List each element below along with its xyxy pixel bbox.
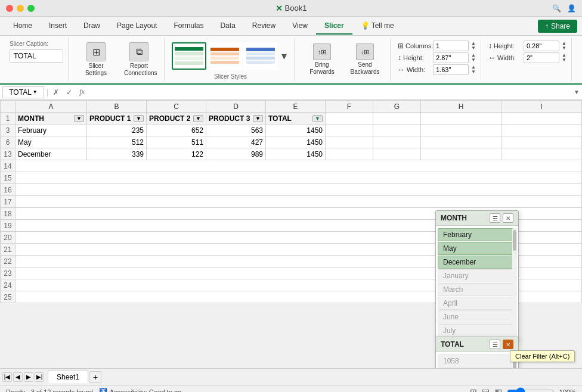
cell-f3[interactable] [326, 125, 373, 136]
slicer-item-may[interactable]: May [438, 242, 516, 255]
cell-f13[interactable] [326, 148, 373, 160]
month-slicer-multiselect-btn[interactable]: ☰ [490, 213, 500, 223]
total-filter-btn[interactable]: ▼ [312, 115, 323, 122]
cell-p2-may[interactable]: 511 [147, 136, 206, 148]
columns-input[interactable] [433, 41, 469, 51]
cell-c1[interactable]: PRODUCT 2 ▼ [147, 113, 206, 125]
style-button-1[interactable] [172, 42, 206, 70]
cell-p1-feb[interactable]: 235 [87, 125, 147, 136]
tab-pagelayout[interactable]: Page Layout [109, 18, 165, 35]
slicer-item-march[interactable]: March [438, 283, 516, 296]
share-button[interactable]: ↑ Share [538, 20, 577, 33]
cell-month-dec[interactable]: December [16, 148, 87, 160]
col-header-e[interactable]: E [266, 101, 326, 113]
send-backwards-button[interactable]: ↓⊞ Send Backwards [345, 41, 385, 79]
tab-slicer[interactable]: Slicer [316, 18, 352, 35]
cell-f6[interactable] [326, 136, 373, 148]
cell-i3[interactable] [501, 125, 582, 136]
next-sheet-btn[interactable]: ▶ [24, 372, 33, 382]
style-more-icon[interactable]: ▾ [279, 49, 289, 63]
cell-p2-dec[interactable]: 122 [147, 148, 206, 160]
total-slicer-header[interactable]: TOTAL ☰ ✕ [436, 337, 518, 352]
cell-h6[interactable] [421, 136, 501, 148]
col-header-c[interactable]: C [147, 101, 206, 113]
cell-h3[interactable] [421, 125, 501, 136]
add-sheet-button[interactable]: + [89, 371, 101, 383]
page-break-view-icon[interactable]: ▥ [494, 387, 502, 393]
slicer-item-july[interactable]: July [438, 324, 516, 337]
cell-e1[interactable]: TOTAL ▼ [266, 113, 326, 125]
maximize-button[interactable] [27, 5, 35, 12]
cell-h13[interactable] [421, 148, 501, 160]
tab-formulas[interactable]: Formulas [165, 18, 212, 35]
zoom-slider[interactable] [507, 387, 555, 393]
col-header-i[interactable]: I [501, 101, 582, 113]
product2-filter-btn[interactable]: ▼ [193, 115, 203, 122]
item-width-input[interactable] [524, 52, 559, 63]
report-connections-button[interactable]: ⧉ Report Connections [119, 39, 159, 80]
product1-filter-btn[interactable]: ▼ [134, 115, 144, 122]
height-arrows[interactable]: ▲ ▼ [471, 53, 476, 63]
item-width-down[interactable]: ▼ [562, 58, 566, 63]
width-arrows[interactable]: ▲ ▼ [471, 65, 476, 74]
col-header-a[interactable]: A [16, 101, 87, 113]
height-down-arrow[interactable]: ▼ [471, 58, 476, 63]
product3-filter-btn[interactable]: ▼ [253, 115, 263, 122]
cell-i1[interactable] [501, 113, 582, 125]
cell-total-dec[interactable]: 1450 [266, 148, 326, 160]
item-height-down[interactable]: ▼ [562, 46, 566, 51]
cell-p3-feb[interactable]: 563 [206, 125, 266, 136]
cell-p1-may[interactable]: 512 [87, 136, 147, 148]
cell-ref-dropdown[interactable]: ▼ [33, 89, 38, 95]
cell-name-box[interactable]: TOTAL ▼ [2, 86, 44, 98]
minimize-button[interactable] [17, 5, 24, 12]
sheet1-tab[interactable]: Sheet1 [48, 371, 88, 383]
tab-home[interactable]: Home [5, 18, 41, 35]
columns-arrows[interactable]: ▲ ▼ [471, 41, 476, 51]
cell-i6[interactable] [501, 136, 582, 148]
columns-down-arrow[interactable]: ▼ [471, 46, 476, 51]
cell-g13[interactable] [373, 148, 421, 160]
cell-g6[interactable] [373, 136, 421, 148]
cell-p2-feb[interactable]: 652 [147, 125, 206, 136]
caption-input[interactable] [10, 49, 63, 63]
col-header-b[interactable]: B [87, 101, 147, 113]
month-filter-btn[interactable]: ▼ [74, 115, 84, 122]
cell-b1[interactable]: PRODUCT 1 ▼ [87, 113, 147, 125]
cancel-formula-icon[interactable]: ✗ [51, 87, 61, 98]
slicer-item-december[interactable]: December [438, 256, 516, 269]
last-sheet-btn[interactable]: ▶| [35, 372, 44, 382]
col-header-d[interactable]: D [206, 101, 266, 113]
slicer-settings-button[interactable]: ⊞ Slicer Settings [76, 39, 116, 80]
style-button-3[interactable] [243, 42, 278, 70]
slicer-item-april[interactable]: April [438, 297, 516, 310]
cell-month-may[interactable]: May [16, 136, 87, 148]
item-height-input[interactable] [524, 41, 559, 51]
tab-data[interactable]: Data [212, 18, 243, 35]
cell-i13[interactable] [501, 148, 582, 160]
first-sheet-btn[interactable]: |◀ [2, 372, 12, 382]
close-button[interactable] [6, 5, 13, 12]
tab-draw[interactable]: Draw [75, 18, 109, 35]
slicer-item-1058[interactable]: 1058 [438, 354, 516, 368]
item-width-arrows[interactable]: ▲ ▼ [562, 53, 566, 63]
insert-function-icon[interactable]: fx [77, 86, 87, 98]
cell-g3[interactable] [373, 125, 421, 136]
col-header-f[interactable]: F [326, 101, 373, 113]
tab-review[interactable]: Review [244, 18, 284, 35]
month-slicer-scrollbar[interactable] [512, 228, 517, 338]
cell-month-feb[interactable]: February [16, 125, 87, 136]
cell-h1[interactable] [421, 113, 501, 125]
slicer-item-february[interactable]: February [438, 228, 516, 241]
tab-tellme[interactable]: 💡 Tell me [352, 18, 403, 35]
width-down-arrow[interactable]: ▼ [471, 70, 476, 74]
cell-total-feb[interactable]: 1450 [266, 125, 326, 136]
cell-a1[interactable]: MONTH ▼ [16, 113, 87, 125]
total-slicer-multiselect-btn[interactable]: ☰ [490, 340, 500, 349]
page-layout-view-icon[interactable]: ▤ [482, 387, 490, 393]
slicer-item-june[interactable]: June [438, 310, 516, 323]
formula-expand-icon[interactable]: ▼ [574, 89, 580, 95]
cell-p3-dec[interactable]: 989 [206, 148, 266, 160]
slicer-width-input[interactable] [433, 64, 469, 75]
month-slicer-clearfilter-btn[interactable]: ✕ [503, 213, 513, 223]
